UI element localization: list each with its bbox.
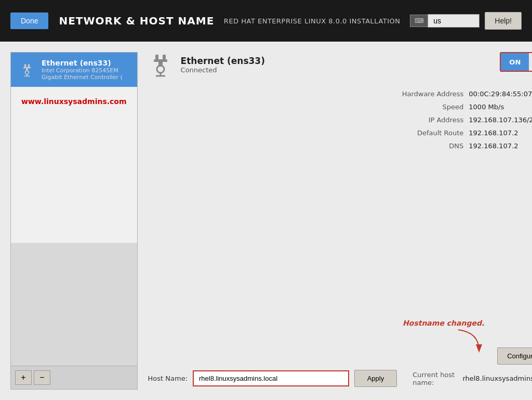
page-title: NETWORK & HOST NAME	[59, 15, 214, 27]
svg-rect-8	[163, 55, 166, 59]
current-hostname-display: Current host name: rhel8.linuxsysadmins.…	[413, 371, 532, 386]
hardware-address-value: 00:0C:29:84:55:07	[469, 90, 532, 98]
network-list: Ethernet (ens33) Intel Corporation 82545…	[11, 53, 137, 366]
svg-point-4	[25, 71, 29, 74]
hostname-changed-section: Hostname changed.	[403, 319, 484, 355]
svg-rect-2	[23, 67, 31, 69]
main-content: Ethernet (ens33) Intel Corporation 82545…	[0, 42, 532, 400]
default-route-row: Default Route 192.168.107.2	[148, 126, 532, 139]
dns-label: DNS	[391, 142, 463, 150]
network-item-name: Ethernet (ens33)	[42, 59, 129, 67]
detail-name-status: Ethernet (ens33) Connected	[181, 56, 265, 74]
header-left: Done NETWORK & HOST NAME	[10, 12, 214, 29]
network-detail-panel: Ethernet (ens33) Connected ON Hardware A…	[148, 52, 532, 390]
svg-rect-1	[28, 64, 30, 67]
default-route-value: 192.168.107.2	[469, 129, 532, 137]
apply-button[interactable]: Apply	[354, 370, 397, 387]
detail-status: Connected	[181, 66, 265, 74]
list-item[interactable]: Ethernet (ens33) Intel Corporation 82545…	[11, 53, 137, 87]
content-area: Ethernet (ens33) Intel Corporation 82545…	[10, 52, 522, 390]
hostname-changed-arrow	[453, 327, 484, 353]
network-info: Hardware Address 00:0C:29:84:55:07 Speed…	[148, 87, 532, 152]
hostname-label: Host Name:	[148, 375, 188, 382]
current-hostname-value: rhel8.linuxsysadmins.local	[462, 375, 532, 382]
hardware-address-row: Hardware Address 00:0C:29:84:55:07	[148, 87, 532, 100]
svg-rect-0	[24, 64, 26, 67]
rhel-installation-title: RED HAT ENTERPRISE LINUX 8.0.0 INSTALLAT…	[224, 17, 401, 25]
network-list-controls: + −	[11, 366, 137, 389]
hostname-changed-note: Hostname changed.	[403, 319, 484, 327]
network-item-info: Ethernet (ens33) Intel Corporation 82545…	[42, 59, 129, 81]
ip-address-value: 192.168.107.136/24	[469, 116, 532, 124]
network-list-panel: Ethernet (ens33) Intel Corporation 82545…	[10, 52, 138, 390]
svg-rect-9	[154, 59, 167, 62]
hostname-input[interactable]	[193, 370, 349, 386]
remove-network-button[interactable]: −	[34, 370, 50, 385]
hardware-address-label: Hardware Address	[391, 90, 463, 98]
configure-button[interactable]: Configure...	[497, 347, 532, 365]
toggle-on-label[interactable]: ON	[501, 53, 529, 71]
detail-identity: Ethernet (ens33) Connected	[148, 52, 265, 77]
ethernet-icon	[19, 61, 35, 78]
detail-header: Ethernet (ens33) Connected ON	[148, 52, 532, 77]
header: Done NETWORK & HOST NAME RED HAT ENTERPR…	[0, 0, 532, 42]
keyboard-icon: ⌨	[410, 15, 428, 27]
add-network-button[interactable]: +	[15, 370, 32, 385]
dns-row: DNS 192.168.107.2	[148, 139, 532, 152]
speed-row: Speed 1000 Mb/s	[148, 100, 532, 113]
language-input[interactable]	[428, 14, 480, 28]
lang-selector[interactable]: ⌨	[410, 14, 480, 28]
hostname-input-row: Host Name: Apply Current host name: rhel…	[148, 370, 532, 387]
network-list-spacer: www.linuxsysadmins.com	[11, 87, 137, 243]
svg-rect-7	[155, 55, 158, 59]
current-hostname-label: Current host name:	[413, 371, 458, 386]
help-button[interactable]: Help!	[485, 12, 522, 30]
spacer	[148, 158, 532, 342]
done-button[interactable]: Done	[10, 12, 48, 29]
ip-address-row: IP Address 192.168.107.136/24	[148, 113, 532, 126]
detail-name: Ethernet (ens33)	[181, 56, 265, 66]
watermark-text: www.linuxsysadmins.com	[11, 87, 137, 116]
network-item-desc: Intel Corporation 82545EM Gigabit Ethern…	[42, 67, 129, 81]
header-center: RED HAT ENTERPRISE LINUX 8.0.0 INSTALLAT…	[224, 17, 401, 25]
speed-value: 1000 Mb/s	[469, 103, 532, 111]
ethernet-detail-icon	[148, 52, 173, 77]
svg-point-11	[157, 66, 164, 73]
dns-value: 192.168.107.2	[469, 142, 532, 150]
network-toggle[interactable]: ON	[500, 52, 532, 72]
ip-address-label: IP Address	[391, 116, 463, 124]
header-right: ⌨ Help!	[410, 12, 522, 30]
default-route-label: Default Route	[391, 129, 463, 137]
speed-label: Speed	[391, 103, 463, 111]
bottom-section: Hostname changed. Configure...	[148, 347, 532, 390]
toggle-off-area[interactable]	[529, 53, 532, 71]
